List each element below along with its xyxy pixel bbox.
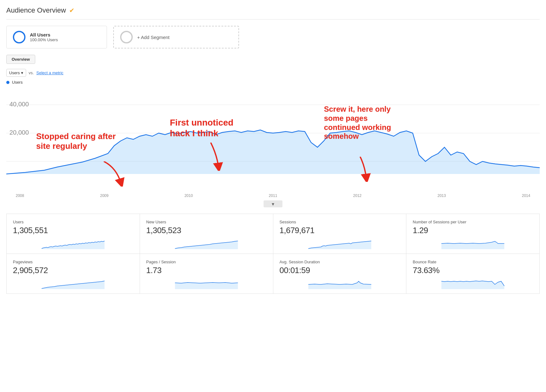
tab-row: Overview xyxy=(6,55,540,64)
stat-users: Users 1,305,551 xyxy=(7,214,140,254)
add-segment-box[interactable]: + Add Segment xyxy=(113,26,239,48)
svg-text:40,000: 40,000 xyxy=(9,101,29,108)
year-2012: 2012 xyxy=(353,193,362,198)
stats-row-1: Users 1,305,551 New Users 1,305,523 Sess… xyxy=(6,214,540,254)
year-2014: 2014 xyxy=(522,193,530,198)
scroll-hint: ▾ xyxy=(6,200,540,207)
svg-text:20,000: 20,000 xyxy=(9,129,29,136)
add-segment-circle xyxy=(120,31,133,43)
stat-pages-per-session-value: 1.73 xyxy=(146,266,267,275)
stat-avg-session-duration-value: 00:01:59 xyxy=(280,266,400,275)
page-header: Audience Overview ✔ xyxy=(6,6,540,20)
segment-info: All Users 100.00% Users xyxy=(30,32,58,42)
stat-avg-session-duration-label: Avg. Session Duration xyxy=(280,260,400,264)
stat-sessions-value: 1,679,671 xyxy=(280,226,400,235)
vs-label: vs. xyxy=(29,70,34,75)
stat-new-users: New Users 1,305,523 xyxy=(140,214,273,254)
stat-sessions-per-user: Number of Sessions per User 1.29 xyxy=(406,214,539,254)
stat-users-label: Users xyxy=(13,220,133,224)
metric-label: Users xyxy=(9,70,20,75)
legend-dot xyxy=(6,81,9,84)
segment-percentage: 100.00% Users xyxy=(30,37,58,42)
stats-row-2: Pageviews 2,905,572 Pages / Session 1.73… xyxy=(6,254,540,294)
year-2009: 2009 xyxy=(100,193,109,198)
stat-bounce-rate-label: Bounce Rate xyxy=(413,260,533,264)
stat-pages-per-session-label: Pages / Session xyxy=(146,260,267,264)
chart-area: 40,000 20,000 Stopped caring aftersite r… xyxy=(6,86,540,193)
stat-new-users-value: 1,305,523 xyxy=(146,226,267,235)
stat-pageviews-value: 2,905,572 xyxy=(13,266,133,275)
tab-overview[interactable]: Overview xyxy=(6,55,35,64)
stat-sessions: Sessions 1,679,671 xyxy=(273,214,406,254)
chart-legend: Users xyxy=(6,80,540,85)
add-segment-label: + Add Segment xyxy=(137,35,170,40)
metric-select[interactable]: Users ▾ xyxy=(6,69,26,77)
sparkline-bounce-rate xyxy=(413,277,533,289)
all-users-segment[interactable]: All Users 100.00% Users xyxy=(6,26,107,48)
page-title: Audience Overview xyxy=(6,6,66,14)
main-chart: 40,000 20,000 xyxy=(6,86,540,180)
stat-pageviews: Pageviews 2,905,572 xyxy=(7,254,140,294)
stat-sessions-per-user-label: Number of Sessions per User xyxy=(413,220,533,224)
chart-controls: Users ▾ vs. Select a metric xyxy=(6,69,540,77)
page-wrapper: Audience Overview ✔ All Users 100.00% Us… xyxy=(0,0,546,392)
segment-circle xyxy=(13,31,25,43)
dropdown-icon: ▾ xyxy=(21,70,23,75)
verified-icon: ✔ xyxy=(69,7,75,14)
sparkline-sessions xyxy=(280,237,400,249)
chart-years: 2008 2009 2010 2011 2012 2013 2014 xyxy=(6,193,540,198)
sparkline-avg-session-duration xyxy=(280,277,400,289)
stat-pageviews-label: Pageviews xyxy=(13,260,133,264)
stat-sessions-per-user-value: 1.29 xyxy=(413,226,533,235)
sparkline-new-users xyxy=(146,237,267,249)
sparkline-pageviews xyxy=(13,277,133,289)
year-2011: 2011 xyxy=(269,193,277,198)
stat-bounce-rate-value: 73.63% xyxy=(413,266,533,275)
legend-label: Users xyxy=(12,80,23,85)
sparkline-users xyxy=(13,237,133,249)
stat-new-users-label: New Users xyxy=(146,220,267,224)
year-2013: 2013 xyxy=(437,193,446,198)
scroll-btn[interactable]: ▾ xyxy=(264,200,282,207)
stat-avg-session-duration: Avg. Session Duration 00:01:59 xyxy=(273,254,406,294)
stat-pages-per-session: Pages / Session 1.73 xyxy=(140,254,273,294)
segment-name: All Users xyxy=(30,32,58,37)
select-metric[interactable]: Select a metric xyxy=(36,70,64,75)
segments-row: All Users 100.00% Users + Add Segment xyxy=(6,26,540,48)
sparkline-sessions-per-user xyxy=(413,237,533,249)
sparkline-pages-per-session xyxy=(146,277,267,289)
stat-sessions-label: Sessions xyxy=(280,220,400,224)
stat-bounce-rate: Bounce Rate 73.63% xyxy=(406,254,539,294)
year-2010: 2010 xyxy=(184,193,193,198)
year-2008: 2008 xyxy=(16,193,24,198)
stat-users-value: 1,305,551 xyxy=(13,226,133,235)
